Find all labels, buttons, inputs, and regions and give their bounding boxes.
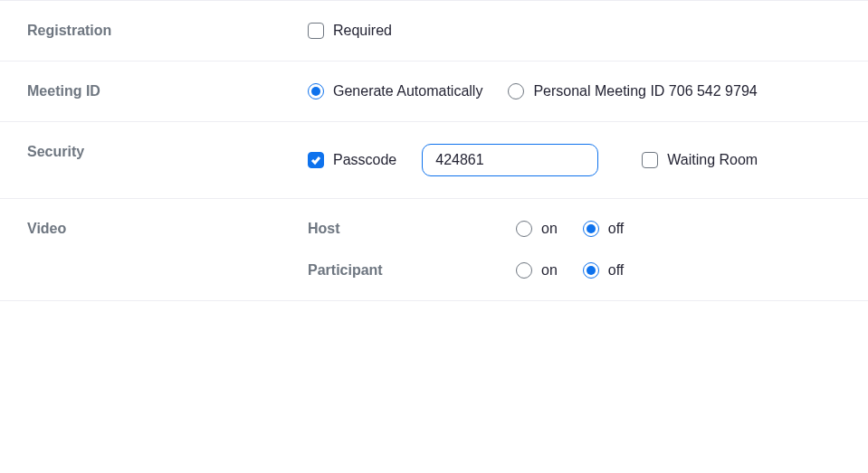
video-participant-row: Participant on off xyxy=(308,262,841,279)
meeting-id-auto-radio[interactable] xyxy=(308,83,324,99)
video-host-off-option: off xyxy=(583,221,625,237)
check-icon xyxy=(310,155,321,166)
security-waiting-label: Waiting Room xyxy=(667,152,758,168)
video-section: Video Host on off Participant on xyxy=(0,198,868,301)
video-host-row: Host on off xyxy=(308,221,841,237)
security-passcode-input[interactable] xyxy=(422,144,598,176)
security-passcode-label: Passcode xyxy=(333,152,396,168)
registration-section: Registration Required xyxy=(0,0,868,61)
meeting-id-auto-label: Generate Automatically xyxy=(333,83,482,99)
video-participant-label: Participant xyxy=(308,262,516,279)
registration-content: Required xyxy=(308,23,841,39)
video-host-label: Host xyxy=(308,221,516,237)
video-participant-on-option: on xyxy=(516,262,558,279)
video-host-off-label: off xyxy=(608,221,625,237)
meeting-id-content: Generate Automatically Personal Meeting … xyxy=(308,83,841,99)
security-passcode-option: Passcode xyxy=(308,152,396,168)
registration-required-label: Required xyxy=(333,23,392,39)
security-waiting-option: Waiting Room xyxy=(642,152,758,168)
security-section: Security Passcode Waiting Room xyxy=(0,121,868,198)
meeting-id-label: Meeting ID xyxy=(27,83,308,99)
registration-required-option: Required xyxy=(308,23,392,39)
video-host-off-radio[interactable] xyxy=(583,221,599,237)
video-host-on-radio[interactable] xyxy=(516,221,532,237)
meeting-id-personal-option: Personal Meeting ID 706 542 9794 xyxy=(508,83,757,99)
video-participant-off-option: off xyxy=(583,262,625,279)
security-label: Security xyxy=(27,144,308,176)
video-participant-on-label: on xyxy=(541,262,558,279)
video-content: Host on off Participant on xyxy=(308,221,841,279)
video-host-on-label: on xyxy=(541,221,558,237)
video-participant-off-radio[interactable] xyxy=(583,262,599,279)
video-participant-on-radio[interactable] xyxy=(516,262,532,279)
security-waiting-checkbox[interactable] xyxy=(642,152,658,168)
registration-required-checkbox[interactable] xyxy=(308,23,324,39)
video-participant-off-label: off xyxy=(608,262,625,279)
security-passcode-checkbox[interactable] xyxy=(308,152,324,168)
meeting-id-auto-option: Generate Automatically xyxy=(308,83,482,99)
meeting-id-personal-label: Personal Meeting ID 706 542 9794 xyxy=(533,83,757,99)
meeting-id-personal-radio[interactable] xyxy=(508,83,524,99)
registration-label: Registration xyxy=(27,23,308,39)
meeting-id-section: Meeting ID Generate Automatically Person… xyxy=(0,61,868,121)
security-content: Passcode Waiting Room xyxy=(308,144,841,176)
video-host-on-option: on xyxy=(516,221,558,237)
video-label: Video xyxy=(27,221,308,279)
